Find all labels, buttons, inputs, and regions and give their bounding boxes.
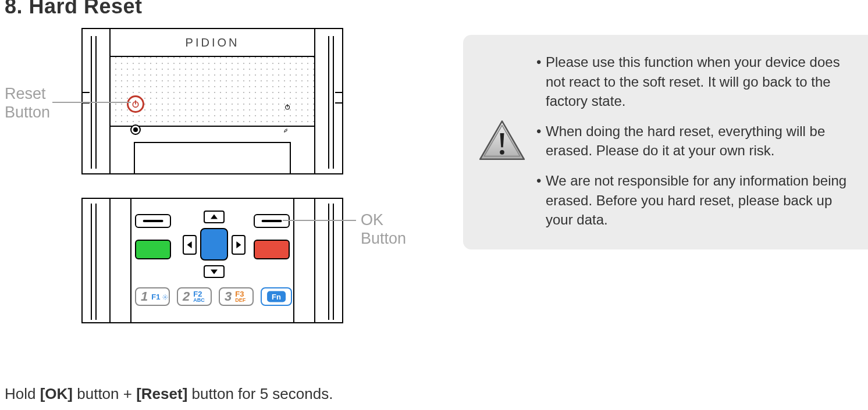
svg-line-13	[166, 295, 167, 295]
numkey-1: 1 F1	[135, 287, 170, 306]
callout-line	[283, 220, 356, 221]
callout-line	[52, 102, 131, 103]
fn-key-label: Fn	[267, 291, 286, 302]
numkey-digit: 1	[141, 289, 148, 304]
bullet-dot: •	[536, 122, 546, 161]
sun-icon	[162, 294, 168, 300]
warning-bullet: • When doing the hard reset, everything …	[536, 122, 855, 161]
callout-text: Button	[361, 230, 406, 247]
warning-text: Please use this function when your devic…	[546, 52, 855, 111]
svg-point-4	[284, 131, 285, 133]
page-title: 8. Hard Reset	[5, 0, 143, 19]
numkey-3: 3 F3 DEF	[219, 287, 254, 306]
power-button	[127, 95, 144, 113]
dpad-down	[204, 265, 225, 278]
power-icon	[131, 99, 140, 109]
numkey-fn-label: F1	[151, 293, 168, 301]
softkey-right-ok	[254, 214, 290, 228]
numkey-fn-label: F3 DEF	[235, 290, 246, 303]
dpad-right	[232, 235, 246, 255]
device-brand-label: PIDION	[111, 29, 314, 57]
svg-point-5	[165, 296, 166, 298]
numkey-2: 2 F2 ABC	[177, 287, 212, 306]
bullet-dot: •	[536, 171, 546, 230]
svg-point-16	[500, 150, 504, 155]
dpad-center	[200, 228, 228, 261]
device-speaker-grill	[111, 57, 314, 127]
bullet-dot: •	[536, 52, 546, 111]
svg-line-11	[166, 298, 167, 299]
call-button	[135, 240, 171, 259]
callout-text: OK	[361, 211, 383, 229]
dpad-left	[183, 235, 197, 255]
reset-button	[130, 124, 141, 135]
fn-key: Fn	[261, 287, 292, 306]
numkey-digit: 3	[225, 289, 232, 304]
warning-icon	[477, 118, 527, 163]
reset-button-callout: Reset Button	[5, 84, 50, 122]
numkey-digit: 2	[183, 289, 190, 304]
softkey-left	[135, 214, 171, 228]
device-notch-right	[335, 92, 343, 104]
callout-text: Button	[5, 104, 50, 121]
warning-list: • Please use this function when your dev…	[536, 52, 855, 230]
device-bot-center: 1 F1 2 F2	[109, 199, 315, 322]
warning-text: When doing the hard reset, everything wi…	[546, 122, 855, 161]
svg-line-10	[163, 295, 164, 295]
instruction-text: Hold [OK] button + [Reset] button for 5 …	[5, 385, 333, 403]
keypad-inner: 1 F1 2 F2	[130, 199, 294, 322]
device-screen-area	[134, 142, 291, 173]
warning-panel: • Please use this function when your dev…	[463, 35, 868, 249]
warning-bullet: • Please use this function when your dev…	[536, 52, 855, 111]
mini-signal-icon	[283, 126, 291, 133]
end-button	[254, 240, 290, 259]
ok-button-callout: OK Button	[361, 211, 406, 248]
warning-bullet: • We are not responsible for any informa…	[536, 171, 855, 230]
mini-power-icon	[284, 102, 291, 109]
device-top-illustration: PIDION	[81, 28, 343, 174]
device-keypad-illustration: 1 F1 2 F2	[81, 198, 343, 323]
numkey-fn-label: F2 ABC	[193, 290, 205, 303]
device-top-center: PIDION	[109, 29, 315, 173]
warning-text: We are not responsible for any informati…	[546, 171, 855, 230]
svg-line-12	[163, 298, 164, 299]
dpad-up	[204, 211, 225, 223]
callout-text: Reset	[5, 85, 46, 102]
